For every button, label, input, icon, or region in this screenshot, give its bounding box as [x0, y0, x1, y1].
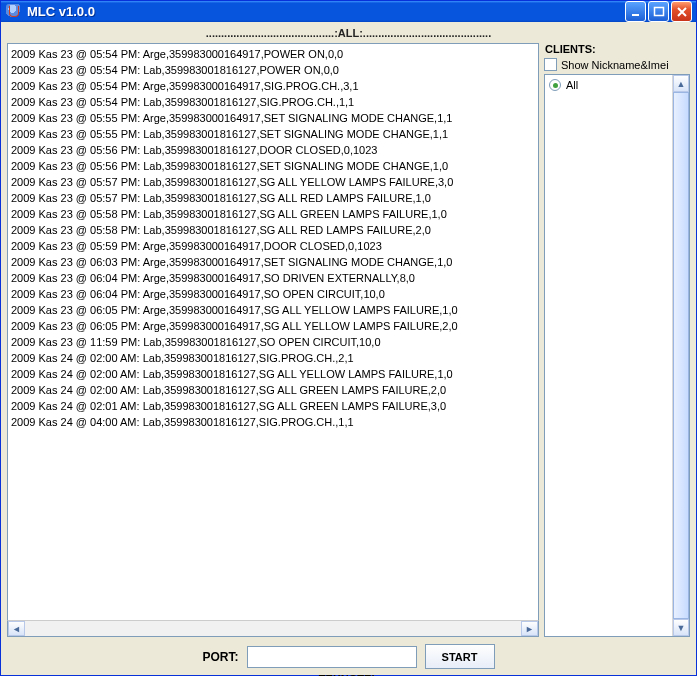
log-line[interactable]: 2009 Kas 24 @ 02:00 AM: Lab,359983001816… — [11, 350, 535, 366]
titlebar[interactable]: MLC v1.0.0 — [1, 1, 696, 22]
show-nickname-row[interactable]: Show Nickname&Imei — [544, 58, 690, 71]
all-header-label: ........................................… — [7, 27, 690, 39]
minimize-button[interactable] — [625, 1, 646, 22]
log-line[interactable]: 2009 Kas 24 @ 04:00 AM: Lab,359983001816… — [11, 414, 535, 430]
close-button[interactable] — [671, 1, 692, 22]
log-viewport[interactable]: 2009 Kas 23 @ 05:54 PM: Arge,35998300016… — [7, 43, 539, 620]
log-line[interactable]: 2009 Kas 24 @ 02:00 AM: Lab,359983001816… — [11, 366, 535, 382]
log-line[interactable]: 2009 Kas 23 @ 05:56 PM: Lab,359983001816… — [11, 158, 535, 174]
log-line[interactable]: 2009 Kas 23 @ 06:03 PM: Arge,35998300016… — [11, 254, 535, 270]
log-horizontal-scrollbar[interactable]: ◄ ► — [7, 620, 539, 637]
clients-panel: CLIENTS: Show Nickname&Imei All ▲ — [544, 43, 690, 637]
log-line[interactable]: 2009 Kas 24 @ 02:01 AM: Lab,359983001816… — [11, 398, 535, 414]
scroll-track[interactable] — [25, 621, 521, 636]
port-row: PORT: START — [7, 644, 690, 669]
window-buttons — [625, 1, 692, 22]
log-line[interactable]: 2009 Kas 24 @ 02:00 AM: Lab,359983001816… — [11, 382, 535, 398]
client-vertical-scrollbar[interactable]: ▲ ▼ — [672, 75, 689, 636]
app-window: MLC v1.0.0 .............................… — [0, 0, 697, 676]
log-line[interactable]: 2009 Kas 23 @ 06:04 PM: Arge,35998300016… — [11, 270, 535, 286]
scroll-left-arrow-icon[interactable]: ◄ — [8, 621, 25, 636]
radio-icon[interactable] — [549, 79, 561, 91]
client-radio-all[interactable]: All — [549, 79, 668, 91]
window-title: MLC v1.0.0 — [27, 4, 625, 19]
show-nickname-checkbox[interactable] — [544, 58, 557, 71]
content-row: 2009 Kas 23 @ 05:54 PM: Arge,35998300016… — [7, 43, 690, 637]
clients-label: CLIENTS: — [545, 43, 690, 55]
body-area: ........................................… — [1, 22, 696, 676]
log-line[interactable]: 2009 Kas 23 @ 06:04 PM: Arge,35998300016… — [11, 286, 535, 302]
log-line[interactable]: 2009 Kas 23 @ 05:55 PM: Arge,35998300016… — [11, 110, 535, 126]
java-app-icon — [6, 4, 22, 20]
show-nickname-label: Show Nickname&Imei — [561, 59, 669, 71]
port-label: PORT: — [203, 650, 239, 664]
log-line[interactable]: 2009 Kas 23 @ 05:56 PM: Lab,359983001816… — [11, 142, 535, 158]
log-line[interactable]: 2009 Kas 23 @ 06:05 PM: Arge,35998300016… — [11, 302, 535, 318]
client-list-inner[interactable]: All — [545, 75, 672, 636]
log-line[interactable]: 2009 Kas 23 @ 05:54 PM: Lab,359983001816… — [11, 94, 535, 110]
log-line[interactable]: 2009 Kas 23 @ 05:54 PM: Arge,35998300016… — [11, 46, 535, 62]
scroll-right-arrow-icon[interactable]: ► — [521, 621, 538, 636]
start-button[interactable]: START — [425, 644, 495, 669]
log-line[interactable]: 2009 Kas 23 @ 05:57 PM: Lab,359983001816… — [11, 174, 535, 190]
log-line[interactable]: 2009 Kas 23 @ 05:54 PM: Lab,359983001816… — [11, 62, 535, 78]
scroll-up-arrow-icon[interactable]: ▲ — [673, 75, 689, 92]
svg-rect-0 — [632, 14, 639, 16]
log-line[interactable]: 2009 Kas 23 @ 05:54 PM: Arge,35998300016… — [11, 78, 535, 94]
maximize-button[interactable] — [648, 1, 669, 22]
log-line[interactable]: 2009 Kas 23 @ 05:55 PM: Lab,359983001816… — [11, 126, 535, 142]
log-line[interactable]: 2009 Kas 23 @ 05:59 PM: Arge,35998300016… — [11, 238, 535, 254]
svg-rect-1 — [654, 7, 663, 15]
client-list: All ▲ ▼ — [544, 74, 690, 637]
log-line[interactable]: 2009 Kas 23 @ 05:58 PM: Lab,359983001816… — [11, 222, 535, 238]
scroll-down-arrow-icon[interactable]: ▼ — [673, 619, 689, 636]
log-line[interactable]: 2009 Kas 23 @ 05:58 PM: Lab,359983001816… — [11, 206, 535, 222]
log-line[interactable]: 2009 Kas 23 @ 05:57 PM: Lab,359983001816… — [11, 190, 535, 206]
log-line[interactable]: 2009 Kas 23 @ 06:05 PM: Arge,35998300016… — [11, 318, 535, 334]
log-line[interactable]: 2009 Kas 23 @ 11:59 PM: Lab,359983001816… — [11, 334, 535, 350]
port-input[interactable] — [247, 646, 417, 668]
scroll-thumb[interactable] — [673, 92, 689, 619]
client-radio-all-label: All — [566, 79, 578, 91]
log-panel: 2009 Kas 23 @ 05:54 PM: Arge,35998300016… — [7, 43, 539, 637]
